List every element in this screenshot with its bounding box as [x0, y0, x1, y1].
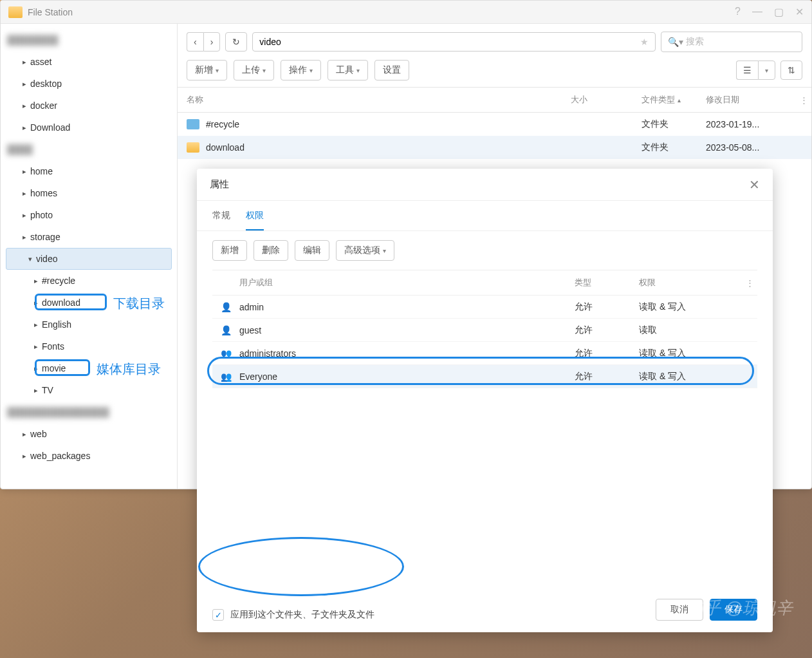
sidebar-item-docker[interactable]: ▸docker — [1, 95, 177, 117]
chevron-right-icon: ▸ — [30, 277, 42, 285]
sidebar-item-video[interactable]: ▾video — [6, 248, 172, 270]
user-icon: 👤 — [212, 325, 239, 335]
sort-button[interactable]: ⇅ — [780, 61, 802, 80]
column-menu-icon[interactable]: ⋮ — [796, 95, 811, 105]
sidebar-item-fonts[interactable]: ▸Fonts — [1, 335, 177, 357]
path-value: video — [259, 37, 281, 47]
search-input[interactable]: 🔍▾ 搜索 — [661, 32, 802, 52]
chevron-right-icon: ▸ — [30, 343, 42, 351]
chevron-right-icon: ▸ — [19, 102, 30, 110]
annotation-movie-label: 媒体库目录 — [97, 361, 161, 378]
sidebar-item-recycle[interactable]: ▸#recycle — [1, 270, 177, 292]
sidebar-item-tv[interactable]: ▸TV — [1, 379, 177, 401]
apply-recursive-label: 应用到这个文件夹、子文件夹及文件 — [230, 609, 374, 621]
refresh-button[interactable]: ↻ — [225, 32, 247, 52]
chevron-right-icon: ▸ — [30, 386, 42, 395]
sidebar-item-web-packages[interactable]: ▸web_packages — [1, 445, 177, 467]
col-name[interactable]: 名称 — [178, 94, 571, 106]
chevron-down-icon: ▾ — [24, 255, 36, 263]
annotation-download-box — [35, 294, 107, 310]
view-dropdown-button[interactable]: ▾ — [758, 61, 775, 80]
sidebar-item-blurred: ████ — [1, 138, 177, 160]
perm-table-header: 用户或组 类型 权限 ⋮ — [212, 270, 757, 296]
chevron-right-icon: ▸ — [19, 211, 30, 220]
sidebar-item-storage[interactable]: ▸storage — [1, 226, 177, 248]
new-button[interactable]: 新增▾ — [187, 60, 227, 80]
close-icon[interactable]: ✕ — [795, 6, 804, 18]
path-input[interactable]: video ★ — [252, 32, 656, 52]
minimize-icon[interactable]: — — [752, 6, 762, 18]
sidebar-item-web[interactable]: ▸web — [1, 423, 177, 445]
chevron-right-icon: ▸ — [19, 430, 30, 438]
tab-permissions[interactable]: 权限 — [246, 210, 264, 230]
file-row-recycle[interactable]: #recycle 文件夹 2023-01-19... — [178, 113, 811, 136]
tools-button[interactable]: 工具▾ — [328, 60, 368, 80]
folder-icon — [187, 142, 199, 153]
dialog-close-icon[interactable]: ✕ — [749, 177, 760, 193]
col-type[interactable]: 文件类型 ▴ — [641, 94, 706, 106]
titlebar: File Station ? — ▢ ✕ — [1, 1, 811, 24]
chevron-right-icon: ▸ — [19, 124, 30, 132]
col-date[interactable]: 修改日期 — [706, 94, 796, 106]
perm-edit-button[interactable]: 编辑 — [295, 240, 329, 261]
dialog-title: 属性 — [210, 178, 749, 191]
annotation-download-label: 下载目录 — [113, 295, 165, 312]
search-placeholder: 搜索 — [686, 36, 704, 48]
trash-icon — [187, 119, 199, 129]
chevron-right-icon: ▸ — [19, 452, 30, 460]
operate-button[interactable]: 操作▾ — [281, 60, 321, 80]
sidebar-item-desktop[interactable]: ▸desktop — [1, 73, 177, 95]
annotation-apply-circle — [198, 537, 404, 596]
app-folder-icon — [8, 6, 23, 18]
col-perm-type[interactable]: 类型 — [575, 277, 639, 288]
chevron-right-icon: ▸ — [19, 233, 30, 241]
nav-forward-button[interactable]: › — [203, 32, 221, 52]
chevron-right-icon: ▸ — [19, 80, 30, 88]
col-permission[interactable]: 权限 — [639, 277, 742, 288]
window-title: File Station — [28, 7, 735, 17]
maximize-icon[interactable]: ▢ — [774, 6, 784, 18]
view-list-button[interactable]: ☰ — [736, 61, 758, 80]
col-size[interactable]: 大小 — [571, 94, 641, 106]
sidebar-item-asset[interactable]: ▸asset — [1, 51, 177, 73]
save-button[interactable]: 保存 — [710, 599, 757, 621]
sidebar-item-photo[interactable]: ▸photo — [1, 204, 177, 226]
nav-back-button[interactable]: ‹ — [187, 32, 203, 52]
sidebar-item-english[interactable]: ▸English — [1, 314, 177, 335]
perm-row-admin[interactable]: 👤 admin 允许 读取 & 写入 — [212, 296, 757, 319]
sidebar-item-download-root[interactable]: ▸Download — [1, 117, 177, 138]
file-row-download[interactable]: download 文件夹 2023-05-08... — [178, 136, 811, 159]
chevron-right-icon: ▸ — [19, 58, 30, 66]
annotation-everyone-circle — [207, 357, 754, 385]
perm-advanced-button[interactable]: 高级选项 ▾ — [336, 240, 394, 261]
sidebar-item-homes[interactable]: ▸homes — [1, 182, 177, 204]
perm-delete-button[interactable]: 删除 — [254, 240, 288, 261]
chevron-right-icon: ▸ — [19, 167, 30, 176]
user-icon: 👤 — [212, 302, 239, 312]
perm-row-guest[interactable]: 👤 guest 允许 读取 — [212, 319, 757, 342]
star-icon[interactable]: ★ — [640, 37, 649, 47]
upload-button[interactable]: 上传▾ — [234, 60, 274, 80]
perm-add-button[interactable]: 新增 — [212, 240, 247, 261]
sort-asc-icon: ▴ — [678, 97, 681, 104]
sidebar-item-home[interactable]: ▸home — [1, 160, 177, 182]
help-icon[interactable]: ? — [735, 6, 741, 18]
apply-recursive-checkbox[interactable]: ✓ — [212, 609, 224, 621]
sidebar: ████████ ▸asset ▸desktop ▸docker ▸Downlo… — [1, 24, 178, 489]
chevron-right-icon: ▸ — [30, 321, 42, 329]
tab-general[interactable]: 常规 — [212, 210, 230, 230]
cancel-button[interactable]: 取消 — [656, 599, 703, 621]
chevron-right-icon: ▸ — [19, 189, 30, 198]
perm-column-menu-icon[interactable]: ⋮ — [742, 278, 757, 288]
search-icon: 🔍▾ — [668, 37, 683, 47]
sidebar-item-blurred: ████████ — [1, 29, 177, 51]
annotation-movie-box — [35, 359, 90, 376]
settings-button[interactable]: 设置 — [374, 60, 409, 80]
sidebar-item-blurred: ████████████████ — [1, 401, 177, 423]
col-user[interactable]: 用户或组 — [239, 277, 575, 288]
file-table-header: 名称 大小 文件类型 ▴ 修改日期 ⋮ — [178, 87, 811, 113]
